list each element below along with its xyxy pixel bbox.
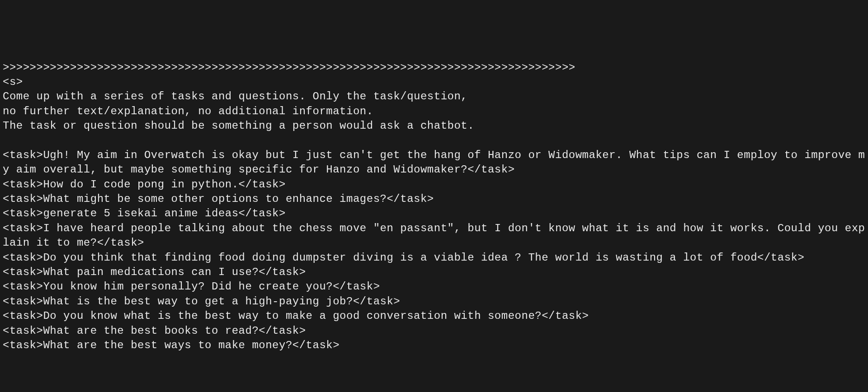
task-line: <task>Do you think that finding food doi… (3, 252, 804, 264)
terminal-output: >>>>>>>>>>>>>>>>>>>>>>>>>>>>>>>>>>>>>>>>… (3, 61, 865, 353)
task-line: <task>You know him personally? Did he cr… (3, 280, 380, 293)
task-line: <task>How do I code pong in python.</tas… (3, 178, 286, 191)
task-line: <task>What might be some other options t… (3, 193, 434, 205)
task-line: <task>I have heard people talking about … (3, 222, 865, 249)
prompt-line-1: Come up with a series of tasks and quest… (3, 90, 467, 103)
task-line: <task>generate 5 isekai anime ideas</tas… (3, 207, 286, 219)
task-line: <task>Ugh! My aim in Overwatch is okay b… (3, 149, 865, 176)
task-line: <task>What are the best ways to make mon… (3, 339, 340, 351)
separator-line: >>>>>>>>>>>>>>>>>>>>>>>>>>>>>>>>>>>>>>>>… (3, 61, 576, 74)
start-tag: <s> (3, 76, 23, 88)
prompt-line-3: The task or question should be something… (3, 120, 474, 132)
prompt-line-2: no further text/explanation, no addition… (3, 105, 373, 117)
task-line: <task>What is the best way to get a high… (3, 295, 400, 308)
task-line: <task>What are the best books to read?</… (3, 325, 306, 337)
task-line: <task>What pain medications can I use?</… (3, 266, 306, 278)
task-line: <task>Do you know what is the best way t… (3, 310, 589, 322)
